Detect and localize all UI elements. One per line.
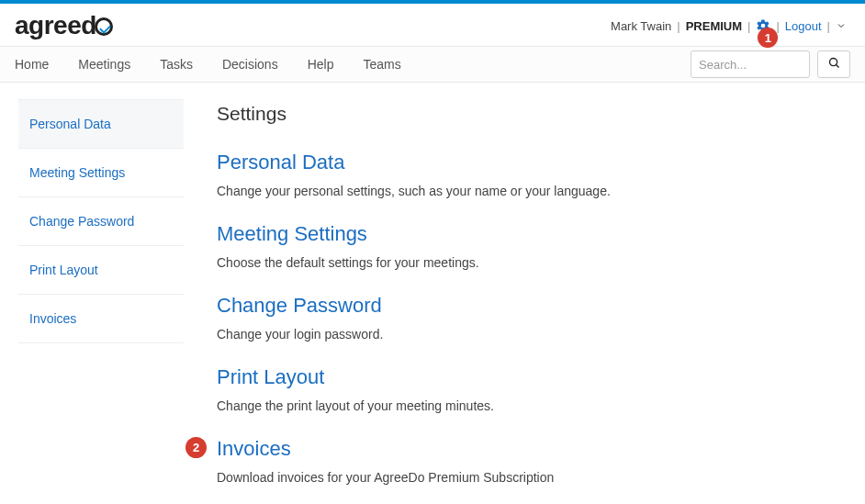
section-invoices: 2 Invoices Download invoices for your Ag… xyxy=(217,437,847,485)
brand-logo[interactable]: agreed xyxy=(15,11,113,40)
section-heading-print-layout[interactable]: Print Layout xyxy=(217,365,847,389)
main-panel: Settings Personal Data Change your perso… xyxy=(217,99,847,504)
brand-logo-icon xyxy=(95,17,113,36)
sidebar-item-personal-data[interactable]: Personal Data xyxy=(18,99,184,149)
user-area: Mark Twain | PREMIUM | 1 | Logout | xyxy=(611,18,847,33)
sidebar-item-meeting-settings[interactable]: Meeting Settings xyxy=(18,149,184,197)
sidebar-item-change-password[interactable]: Change Password xyxy=(18,197,184,246)
plan-badge: PREMIUM xyxy=(686,19,742,33)
user-name: Mark Twain xyxy=(611,19,671,33)
section-heading-change-password[interactable]: Change Password xyxy=(217,294,847,318)
sidebar-item-print-layout[interactable]: Print Layout xyxy=(18,246,184,295)
annotation-badge-1: 1 xyxy=(758,28,778,48)
main-nav: Home Meetings Tasks Decisions Help Teams xyxy=(0,46,865,83)
content: Personal Data Meeting Settings Change Pa… xyxy=(0,83,865,504)
settings-sidebar: Personal Data Meeting Settings Change Pa… xyxy=(18,99,184,504)
page-title: Settings xyxy=(217,103,847,125)
settings-button[interactable]: 1 xyxy=(756,18,770,33)
section-change-password: Change Password Change your login passwo… xyxy=(217,294,847,342)
section-desc: Change the print layout of your meeting … xyxy=(217,398,847,413)
section-personal-data: Personal Data Change your personal setti… xyxy=(217,151,847,198)
svg-line-1 xyxy=(836,65,838,68)
sidebar-item-invoices[interactable]: Invoices xyxy=(18,295,184,343)
separator: | xyxy=(677,19,680,33)
section-desc: Change your personal settings, such as y… xyxy=(217,184,847,198)
search-input[interactable] xyxy=(691,50,810,78)
separator: | xyxy=(827,19,830,33)
brand-name: agreed xyxy=(15,11,96,39)
nav-right xyxy=(691,50,850,78)
chevron-down-icon[interactable] xyxy=(836,20,847,31)
nav-item-help[interactable]: Help xyxy=(293,48,349,81)
search-button[interactable] xyxy=(817,50,850,78)
nav-item-decisions[interactable]: Decisions xyxy=(208,48,293,81)
section-desc: Change your login password. xyxy=(217,327,847,342)
search-icon xyxy=(827,56,841,73)
logout-link[interactable]: Logout xyxy=(785,19,822,33)
svg-point-0 xyxy=(829,59,837,66)
header: agreed Mark Twain | PREMIUM | 1 | Logout… xyxy=(0,4,865,46)
section-heading-meeting-settings[interactable]: Meeting Settings xyxy=(217,222,847,246)
nav-item-tasks[interactable]: Tasks xyxy=(145,48,208,81)
nav-item-home[interactable]: Home xyxy=(15,48,63,81)
separator: | xyxy=(747,19,750,33)
section-heading-personal-data[interactable]: Personal Data xyxy=(217,151,847,174)
section-desc: Download invoices for your AgreeDo Premi… xyxy=(217,470,847,485)
annotation-badge-2: 2 xyxy=(185,437,207,458)
section-heading-invoices[interactable]: Invoices xyxy=(217,437,847,461)
separator: | xyxy=(776,19,779,33)
nav-links: Home Meetings Tasks Decisions Help Teams xyxy=(15,48,416,81)
section-desc: Choose the default settings for your mee… xyxy=(217,255,847,270)
section-print-layout: Print Layout Change the print layout of … xyxy=(217,365,847,413)
nav-item-teams[interactable]: Teams xyxy=(348,48,415,81)
section-meeting-settings: Meeting Settings Choose the default sett… xyxy=(217,222,847,270)
nav-item-meetings[interactable]: Meetings xyxy=(63,48,145,81)
